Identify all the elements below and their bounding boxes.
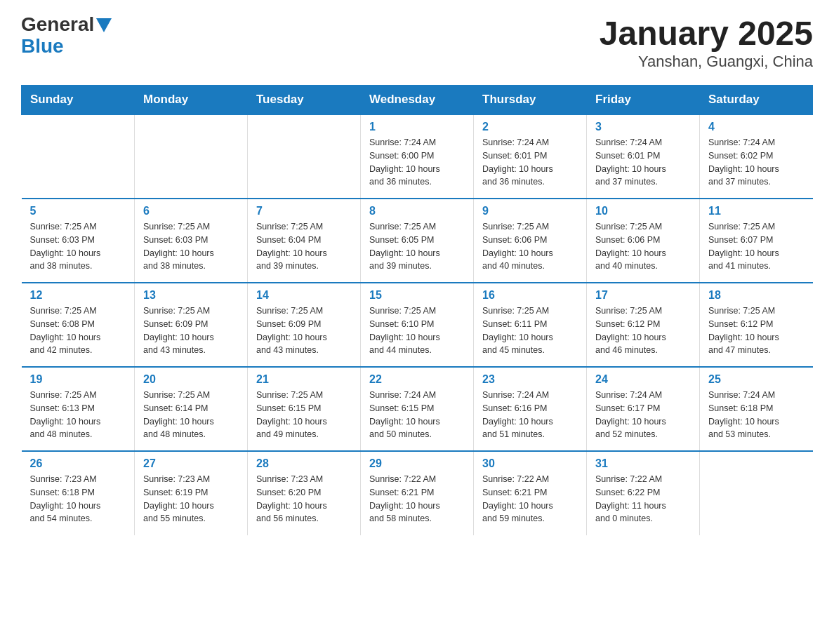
calendar-cell: 3Sunrise: 7:24 AM Sunset: 6:01 PM Daylig… [587,114,700,199]
day-number: 15 [369,289,465,302]
day-info: Sunrise: 7:22 AM Sunset: 6:21 PM Dayligh… [369,473,465,525]
calendar-cell: 9Sunrise: 7:25 AM Sunset: 6:06 PM Daylig… [474,199,587,283]
day-info: Sunrise: 7:25 AM Sunset: 6:06 PM Dayligh… [595,220,691,273]
day-number: 1 [369,121,465,133]
day-info: Sunrise: 7:25 AM Sunset: 6:09 PM Dayligh… [143,304,239,357]
calendar-table: SundayMondayTuesdayWednesdayThursdayFrid… [21,85,813,535]
calendar-header: SundayMondayTuesdayWednesdayThursdayFrid… [22,86,813,115]
day-header-sunday: Sunday [22,86,135,115]
calendar-cell: 18Sunrise: 7:25 AM Sunset: 6:12 PM Dayli… [700,283,813,367]
calendar-cell: 20Sunrise: 7:25 AM Sunset: 6:14 PM Dayli… [135,367,248,451]
day-header-thursday: Thursday [474,86,587,115]
day-number: 22 [369,373,465,386]
day-header-saturday: Saturday [700,86,813,115]
day-info: Sunrise: 7:25 AM Sunset: 6:11 PM Dayligh… [482,304,578,357]
day-number: 25 [708,373,805,386]
day-info: Sunrise: 7:24 AM Sunset: 6:15 PM Dayligh… [369,389,465,441]
day-number: 3 [595,121,691,133]
calendar-cell: 31Sunrise: 7:22 AM Sunset: 6:22 PM Dayli… [587,451,700,535]
day-info: Sunrise: 7:24 AM Sunset: 6:01 PM Dayligh… [482,136,578,189]
day-info: Sunrise: 7:24 AM Sunset: 6:02 PM Dayligh… [708,136,805,189]
day-number: 12 [30,289,126,302]
logo-triangle-icon [96,18,112,32]
day-number: 4 [708,121,805,133]
day-header-friday: Friday [587,86,700,115]
day-number: 28 [256,457,352,470]
calendar-cell: 1Sunrise: 7:24 AM Sunset: 6:00 PM Daylig… [361,114,474,199]
calendar-cell: 29Sunrise: 7:22 AM Sunset: 6:21 PM Dayli… [361,451,474,535]
calendar-cell: 28Sunrise: 7:23 AM Sunset: 6:20 PM Dayli… [248,451,361,535]
day-number: 2 [482,121,578,133]
day-header-monday: Monday [135,86,248,115]
day-header-row: SundayMondayTuesdayWednesdayThursdayFrid… [22,86,813,115]
day-info: Sunrise: 7:25 AM Sunset: 6:15 PM Dayligh… [256,389,352,441]
calendar-week-5: 26Sunrise: 7:23 AM Sunset: 6:18 PM Dayli… [22,451,813,535]
calendar-cell: 14Sunrise: 7:25 AM Sunset: 6:09 PM Dayli… [248,283,361,367]
day-info: Sunrise: 7:25 AM Sunset: 6:12 PM Dayligh… [595,304,691,357]
day-number: 30 [482,457,578,470]
day-number: 31 [595,457,691,470]
calendar-cell: 2Sunrise: 7:24 AM Sunset: 6:01 PM Daylig… [474,114,587,199]
calendar-cell: 24Sunrise: 7:24 AM Sunset: 6:17 PM Dayli… [587,367,700,451]
day-number: 27 [143,457,239,470]
day-number: 21 [256,373,352,386]
calendar-week-3: 12Sunrise: 7:25 AM Sunset: 6:08 PM Dayli… [22,283,813,367]
calendar-title: January 2025 [600,14,813,53]
day-info: Sunrise: 7:25 AM Sunset: 6:08 PM Dayligh… [30,304,126,357]
day-info: Sunrise: 7:24 AM Sunset: 6:16 PM Dayligh… [482,389,578,441]
day-info: Sunrise: 7:23 AM Sunset: 6:19 PM Dayligh… [143,473,239,525]
calendar-cell: 19Sunrise: 7:25 AM Sunset: 6:13 PM Dayli… [22,367,135,451]
day-number: 16 [482,289,578,302]
day-number: 6 [143,205,239,217]
day-info: Sunrise: 7:25 AM Sunset: 6:05 PM Dayligh… [369,220,465,273]
day-info: Sunrise: 7:22 AM Sunset: 6:22 PM Dayligh… [595,473,691,525]
calendar-cell: 8Sunrise: 7:25 AM Sunset: 6:05 PM Daylig… [361,199,474,283]
calendar-cell [22,114,135,199]
day-info: Sunrise: 7:24 AM Sunset: 6:01 PM Dayligh… [595,136,691,189]
day-info: Sunrise: 7:25 AM Sunset: 6:13 PM Dayligh… [30,389,126,441]
day-number: 24 [595,373,691,386]
calendar-week-1: 1Sunrise: 7:24 AM Sunset: 6:00 PM Daylig… [22,114,813,199]
calendar-cell: 11Sunrise: 7:25 AM Sunset: 6:07 PM Dayli… [700,199,813,283]
day-info: Sunrise: 7:23 AM Sunset: 6:18 PM Dayligh… [30,473,126,525]
calendar-cell: 21Sunrise: 7:25 AM Sunset: 6:15 PM Dayli… [248,367,361,451]
day-info: Sunrise: 7:25 AM Sunset: 6:07 PM Dayligh… [708,220,805,273]
calendar-cell: 16Sunrise: 7:25 AM Sunset: 6:11 PM Dayli… [474,283,587,367]
day-number: 29 [369,457,465,470]
day-number: 5 [30,205,126,217]
day-info: Sunrise: 7:25 AM Sunset: 6:03 PM Dayligh… [30,220,126,273]
day-number: 17 [595,289,691,302]
day-header-tuesday: Tuesday [248,86,361,115]
calendar-cell: 17Sunrise: 7:25 AM Sunset: 6:12 PM Dayli… [587,283,700,367]
day-number: 10 [595,205,691,217]
calendar-cell: 10Sunrise: 7:25 AM Sunset: 6:06 PM Dayli… [587,199,700,283]
day-info: Sunrise: 7:25 AM Sunset: 6:03 PM Dayligh… [143,220,239,273]
calendar-cell: 22Sunrise: 7:24 AM Sunset: 6:15 PM Dayli… [361,367,474,451]
day-number: 19 [30,373,126,386]
day-info: Sunrise: 7:25 AM Sunset: 6:06 PM Dayligh… [482,220,578,273]
day-info: Sunrise: 7:25 AM Sunset: 6:10 PM Dayligh… [369,304,465,357]
day-info: Sunrise: 7:24 AM Sunset: 6:17 PM Dayligh… [595,389,691,441]
calendar-cell: 27Sunrise: 7:23 AM Sunset: 6:19 PM Dayli… [135,451,248,535]
day-number: 14 [256,289,352,302]
svg-marker-0 [96,18,112,32]
calendar-cell [248,114,361,199]
calendar-cell [700,451,813,535]
day-number: 11 [708,205,805,217]
calendar-week-2: 5Sunrise: 7:25 AM Sunset: 6:03 PM Daylig… [22,199,813,283]
day-info: Sunrise: 7:25 AM Sunset: 6:09 PM Dayligh… [256,304,352,357]
calendar-cell [135,114,248,199]
logo-general: General [21,14,94,36]
title-block: January 2025 Yanshan, Guangxi, China [600,14,813,71]
calendar-week-4: 19Sunrise: 7:25 AM Sunset: 6:13 PM Dayli… [22,367,813,451]
day-info: Sunrise: 7:25 AM Sunset: 6:04 PM Dayligh… [256,220,352,273]
day-info: Sunrise: 7:22 AM Sunset: 6:21 PM Dayligh… [482,473,578,525]
day-info: Sunrise: 7:25 AM Sunset: 6:12 PM Dayligh… [708,304,805,357]
calendar-cell: 7Sunrise: 7:25 AM Sunset: 6:04 PM Daylig… [248,199,361,283]
day-info: Sunrise: 7:24 AM Sunset: 6:18 PM Dayligh… [708,389,805,441]
calendar-cell: 4Sunrise: 7:24 AM Sunset: 6:02 PM Daylig… [700,114,813,199]
day-number: 26 [30,457,126,470]
day-number: 20 [143,373,239,386]
calendar-cell: 26Sunrise: 7:23 AM Sunset: 6:18 PM Dayli… [22,451,135,535]
calendar-cell: 12Sunrise: 7:25 AM Sunset: 6:08 PM Dayli… [22,283,135,367]
